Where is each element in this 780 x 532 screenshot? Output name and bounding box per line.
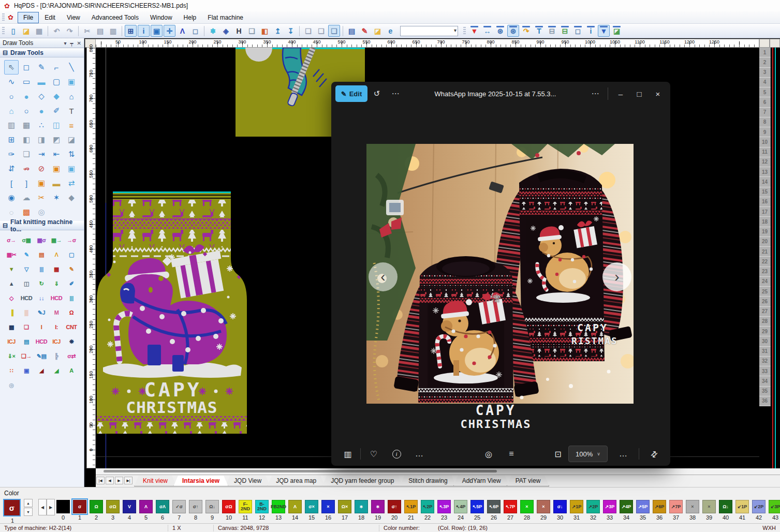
row-number-cell[interactable]: 3	[759, 68, 771, 78]
toolbar-button[interactable]	[122, 26, 122, 36]
row-number-cell[interactable]: 5	[759, 87, 771, 97]
row-number-cell[interactable]: 12	[759, 157, 771, 167]
toolbar-button[interactable]	[343, 26, 343, 36]
palette-swatch[interactable]: ✓σ	[172, 500, 186, 513]
toolbar-button[interactable]: ❄	[207, 25, 219, 37]
draw-tool-button[interactable]: ▩	[19, 205, 34, 219]
machine-tool-button[interactable]: σ⇄	[64, 349, 79, 363]
toolbar-button[interactable]: ▤	[94, 25, 106, 37]
machine-tool-button[interactable]: ⇓×	[4, 349, 19, 363]
toolbar-combobox[interactable]	[400, 26, 458, 36]
toolbar-button[interactable]: ◪	[372, 25, 384, 37]
collapse-icon[interactable]: ⊟	[3, 49, 8, 56]
machine-tool-button[interactable]: ▣	[19, 363, 34, 378]
machine-tool-button[interactable]: σ▦	[19, 233, 34, 247]
pin-icon[interactable]: ┯	[70, 40, 73, 46]
section-flat-knitting[interactable]: ⊟ Flat knitting machine to...	[0, 221, 84, 230]
draw-tool-button[interactable]: ⇄	[64, 176, 79, 190]
machine-tool-button[interactable]: M	[49, 305, 64, 320]
palette-swatch[interactable]: σΩ	[222, 500, 236, 513]
row-number-cell[interactable]: 21	[759, 247, 771, 257]
draw-tool-button[interactable]: [	[4, 176, 19, 190]
machine-tool-button[interactable]: ▤	[34, 247, 49, 262]
draw-tool-button[interactable]: ●	[34, 104, 49, 118]
palette-swatch[interactable]: σ↑	[388, 500, 401, 513]
draw-tool-button[interactable]: ⇤	[49, 147, 64, 161]
row-number-cell[interactable]: 32	[759, 357, 771, 366]
machine-tool-button[interactable]: ❋	[64, 334, 79, 349]
draw-tool-button[interactable]: ✂	[34, 190, 49, 205]
menu-item[interactable]: View	[61, 12, 86, 23]
toolbar-button[interactable]: ◻	[189, 25, 201, 37]
draw-tool-button[interactable]: ◪	[64, 132, 79, 147]
palette-swatch[interactable]: ×	[686, 500, 699, 513]
palette-swatch[interactable]: F-2ND	[239, 500, 252, 513]
machine-tool-button[interactable]: ▦✂	[4, 247, 19, 262]
tab-nav-button[interactable]: ▶	[115, 477, 123, 484]
palette-swatch[interactable]: ∗	[371, 500, 385, 513]
palette-swatch[interactable]: ↙2P	[752, 500, 766, 513]
rotate-icon[interactable]: ↺	[367, 85, 386, 102]
row-number-cell[interactable]: 29	[759, 327, 771, 336]
draw-tool-button[interactable]: ✎	[34, 60, 49, 75]
palette-swatch[interactable]: ↗3P	[603, 500, 616, 513]
row-number-cell[interactable]: 26	[759, 297, 771, 306]
toolbar-button[interactable]: ❏	[246, 25, 258, 37]
palette-swatch[interactable]: ↖5P	[470, 500, 484, 513]
toolbar-button[interactable]: ❏	[328, 25, 340, 37]
row-number-cell[interactable]: 27	[759, 307, 771, 317]
filmstrip-icon[interactable]: ▥	[340, 446, 356, 462]
palette-swatch[interactable]: FB2ND	[272, 500, 285, 513]
toolbar-button[interactable]: ▥	[107, 25, 119, 37]
draw-tool-button[interactable]: ◇	[34, 89, 49, 104]
machine-tool-button[interactable]: ▒	[19, 305, 34, 320]
machine-toolbar-button[interactable]: ⊟	[559, 25, 571, 37]
row-number-cell[interactable]: 24	[759, 277, 771, 287]
color-spin-up[interactable]: ▲	[24, 499, 33, 507]
palette-swatch[interactable]: σ↑	[189, 500, 202, 513]
view-tab[interactable]: PAT view	[507, 476, 550, 486]
palette-swatch[interactable]: ↗1P	[570, 500, 583, 513]
visual-search-icon[interactable]: ◎	[480, 446, 497, 462]
draw-tool-button[interactable]: ◩	[49, 132, 64, 147]
palette-swatch[interactable]: ×	[702, 500, 716, 513]
machine-tool-button[interactable]: ↓↓	[34, 291, 49, 305]
toolbar-button[interactable]: ▣	[151, 25, 163, 37]
draw-tool-button[interactable]: ⌐	[49, 60, 64, 75]
palette-swatch[interactable]: ↖3P	[437, 500, 451, 513]
color-spin-down[interactable]: ▼	[24, 508, 33, 516]
machine-toolbar-button[interactable]: ⊛	[494, 25, 506, 37]
row-number-cell[interactable]: 34	[759, 376, 771, 386]
row-number-cell[interactable]: 19	[759, 227, 771, 237]
draw-tool-button[interactable]: ☁	[19, 190, 34, 205]
draw-tool-button[interactable]: ∴	[34, 118, 49, 132]
row-number-cell[interactable]: 17	[759, 207, 771, 217]
favorite-icon[interactable]: ♡	[365, 446, 382, 462]
palette-swatch[interactable]: ↗6P	[653, 500, 666, 513]
toolbar-button[interactable]	[48, 26, 48, 36]
minimize-icon[interactable]: –	[611, 85, 630, 102]
close-icon[interactable]: ×	[649, 85, 667, 102]
view-tab[interactable]: Intarsia view	[173, 476, 228, 486]
machine-toolbar-button[interactable]: ⊟	[546, 25, 558, 37]
machine-tool-button[interactable]: CNT	[64, 320, 79, 334]
palette-swatch[interactable]: Ω×	[338, 500, 351, 513]
toolbar-button[interactable]: ◈	[220, 25, 232, 37]
machine-tool-button[interactable]: A	[64, 363, 79, 378]
fit-to-window-icon[interactable]: ⊡	[550, 446, 566, 462]
machine-tool-button[interactable]: ✎J	[34, 305, 49, 320]
draw-tool-button[interactable]: ▣	[49, 161, 64, 176]
palette-swatch[interactable]: Ω↓	[719, 500, 732, 513]
toolbar-button[interactable]: ✎	[359, 25, 371, 37]
palette-swatch[interactable]: ↖7P	[504, 500, 517, 513]
row-number-cell[interactable]: 20	[759, 237, 771, 247]
toolbar-button[interactable]	[78, 26, 79, 36]
draw-tool-button[interactable]: ⊘	[34, 161, 49, 176]
draw-tool-button[interactable]: ∿	[4, 75, 19, 89]
machine-tool-button[interactable]: ✎	[19, 247, 34, 262]
row-number-cell[interactable]: 28	[759, 317, 771, 327]
row-number-cell[interactable]: 18	[759, 217, 771, 227]
machine-tool-button[interactable]: ✎▤	[34, 349, 49, 363]
row-number-cell[interactable]: 23	[759, 267, 771, 277]
row-number-cell[interactable]: 6	[759, 97, 771, 107]
